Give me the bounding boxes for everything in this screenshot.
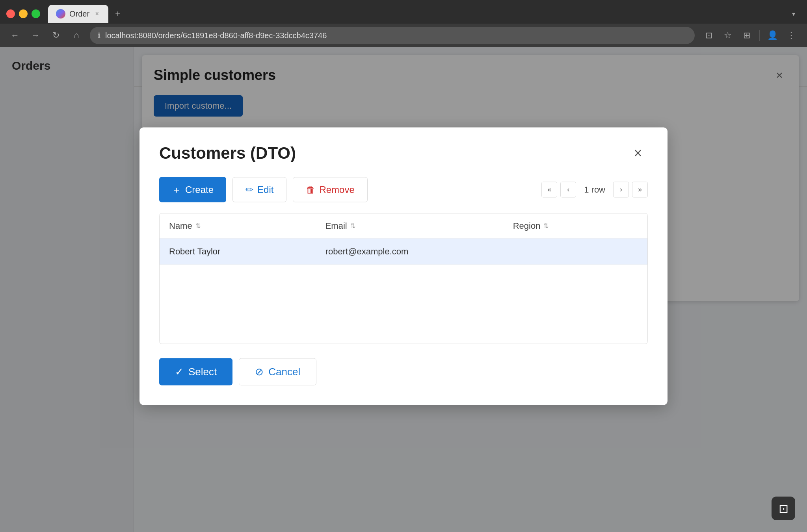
next-page-button[interactable]: › bbox=[613, 182, 629, 197]
remove-button[interactable]: 🗑 Remove bbox=[293, 177, 367, 202]
create-button[interactable]: ＋ Create bbox=[159, 177, 226, 202]
region-sort-icon: ⇅ bbox=[543, 222, 549, 230]
bot-icon[interactable]: ⊡ bbox=[772, 497, 795, 520]
modal-header: Customers (DTO) × bbox=[159, 143, 648, 163]
name-column-header[interactable]: Name ⇅ bbox=[169, 221, 325, 231]
email-sort-icon: ⇅ bbox=[350, 222, 355, 230]
security-icon: ℹ bbox=[98, 31, 100, 40]
tab-bar-dropdown[interactable]: ▾ bbox=[787, 7, 801, 21]
tab-label: Order bbox=[69, 9, 89, 19]
customers-table: Name ⇅ Email ⇅ Region ⇅ Robert Taylor ro… bbox=[159, 213, 648, 344]
table-header: Name ⇅ Email ⇅ Region ⇅ bbox=[160, 213, 647, 238]
bookmark-button[interactable]: ☆ bbox=[720, 28, 736, 43]
empty-rows bbox=[160, 265, 647, 343]
cell-email: robert@example.com bbox=[325, 246, 513, 256]
row-count: 1 row bbox=[579, 184, 610, 195]
close-window-button[interactable] bbox=[6, 9, 15, 18]
cell-region bbox=[513, 246, 638, 256]
first-page-button[interactable]: « bbox=[541, 182, 557, 197]
region-column-header[interactable]: Region ⇅ bbox=[513, 221, 638, 231]
cancel-icon: ⊘ bbox=[255, 365, 264, 378]
select-button[interactable]: ✓ Select bbox=[159, 358, 232, 385]
home-button[interactable]: ⌂ bbox=[69, 28, 84, 43]
prev-page-button[interactable]: ‹ bbox=[560, 182, 576, 197]
customers-dto-modal: Customers (DTO) × ＋ Create ✏ Edit 🗑 Remo… bbox=[139, 127, 668, 405]
forward-button[interactable]: → bbox=[28, 28, 43, 43]
toolbar-left: ＋ Create ✏ Edit 🗑 Remove bbox=[159, 177, 368, 202]
cancel-button[interactable]: ⊘ Cancel bbox=[239, 358, 316, 385]
extensions-button[interactable]: ⊞ bbox=[739, 28, 755, 43]
check-icon: ✓ bbox=[175, 365, 184, 378]
last-page-button[interactable]: » bbox=[632, 182, 648, 197]
tab-favicon bbox=[56, 9, 65, 19]
cell-name: Robert Taylor bbox=[169, 246, 325, 256]
minimize-window-button[interactable] bbox=[19, 9, 28, 18]
address-bar-row: ← → ↻ ⌂ ℹ localhost:8080/orders/6c1891e8… bbox=[0, 24, 807, 47]
tab-close-button[interactable]: × bbox=[93, 10, 100, 17]
modal-close-button[interactable]: × bbox=[628, 143, 648, 163]
plus-icon: ＋ bbox=[172, 183, 181, 196]
cast-button[interactable]: ⊡ bbox=[701, 28, 717, 43]
menu-button[interactable]: ⋮ bbox=[783, 28, 799, 43]
new-tab-button[interactable]: + bbox=[110, 6, 126, 22]
email-column-header[interactable]: Email ⇅ bbox=[325, 221, 513, 231]
divider bbox=[759, 30, 760, 41]
back-button[interactable]: ← bbox=[8, 28, 22, 43]
url-text: localhost:8080/orders/6c1891e8-d860-aff8… bbox=[105, 31, 687, 40]
modal-title: Customers (DTO) bbox=[159, 143, 296, 162]
trash-icon: 🗑 bbox=[306, 184, 315, 195]
pagination: « ‹ 1 row › » bbox=[541, 182, 648, 197]
name-sort-icon: ⇅ bbox=[195, 222, 201, 230]
maximize-window-button[interactable] bbox=[32, 9, 40, 18]
browser-actions: ⊡ ☆ ⊞ 👤 ⋮ bbox=[701, 28, 799, 43]
profile-button[interactable]: 👤 bbox=[764, 28, 780, 43]
table-row[interactable]: Robert Taylor robert@example.com bbox=[160, 238, 647, 265]
pencil-icon: ✏ bbox=[245, 184, 253, 195]
modal-toolbar: ＋ Create ✏ Edit 🗑 Remove « ‹ 1 row › » bbox=[159, 177, 648, 202]
reload-button[interactable]: ↻ bbox=[49, 28, 63, 43]
modal-footer: ✓ Select ⊘ Cancel bbox=[159, 358, 648, 385]
browser-chrome: Order × + ▾ ← → ↻ ⌂ ℹ localhost:8080/ord… bbox=[0, 0, 807, 47]
active-tab[interactable]: Order × bbox=[48, 5, 108, 23]
traffic-lights bbox=[6, 9, 40, 18]
address-bar[interactable]: ℹ localhost:8080/orders/6c1891e8-d860-af… bbox=[90, 27, 695, 44]
edit-button[interactable]: ✏ Edit bbox=[232, 177, 286, 202]
tab-bar: Order × + ▾ bbox=[0, 0, 807, 24]
